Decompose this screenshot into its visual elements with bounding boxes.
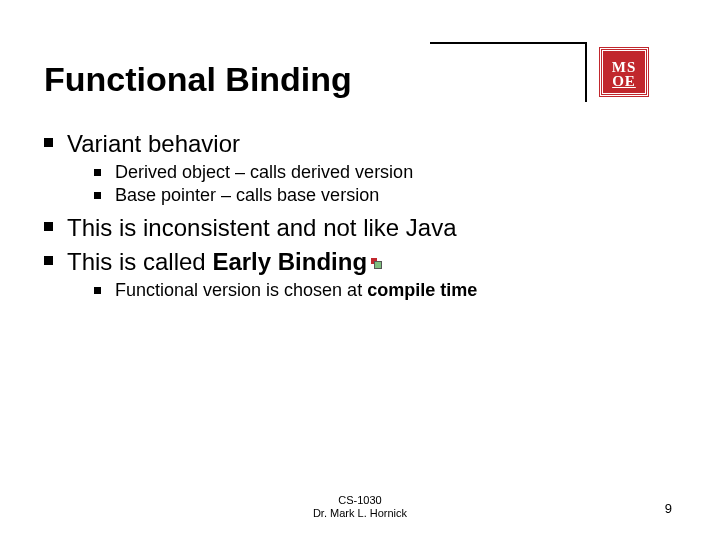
bullet-level2: Base pointer – calls base version — [94, 185, 676, 206]
bullet-text-plain: Functional version is chosen at — [115, 280, 367, 300]
slide-body: Variant behavior Derived object – calls … — [44, 124, 676, 309]
logo-line1: MS — [612, 60, 637, 74]
bullet-text-emphasis: not like Java — [323, 214, 456, 241]
bullet-level1: This is inconsistent and not like Java — [44, 214, 676, 242]
slide-footer: CS-1030 Dr. Mark L. Hornick — [0, 494, 720, 520]
bullet-text: This is inconsistent and not like Java — [67, 214, 457, 242]
embedded-object-icon — [369, 256, 383, 270]
bullet-icon — [44, 256, 53, 265]
slide-title: Functional Binding — [44, 60, 352, 99]
bullet-level2: Derived object – calls derived version — [94, 162, 676, 183]
bullet-level1: This is called Early Binding — [44, 248, 676, 276]
page-number: 9 — [665, 501, 672, 516]
bullet-text: Variant behavior — [67, 130, 240, 158]
title-rule-vertical — [585, 42, 587, 102]
bullet-level1: Variant behavior — [44, 130, 676, 158]
footer-course: CS-1030 — [0, 494, 720, 507]
bullet-text-plain: This is called — [67, 248, 212, 275]
logo-line2: OE — [612, 74, 636, 88]
bullet-text-plain: This is inconsistent and — [67, 214, 323, 241]
msoe-logo: MS OE — [600, 48, 648, 96]
title-rule-horizontal — [430, 42, 585, 44]
bullet-text-bold: compile time — [367, 280, 477, 300]
sub-bullet-group: Functional version is chosen at compile … — [94, 280, 676, 301]
bullet-level2: Functional version is chosen at compile … — [94, 280, 676, 301]
bullet-icon — [44, 138, 53, 147]
bullet-text: This is called Early Binding — [67, 248, 383, 276]
bullet-icon — [94, 192, 101, 199]
bullet-icon — [94, 169, 101, 176]
bullet-text: Base pointer – calls base version — [115, 185, 379, 206]
bullet-text-bold: Early Binding — [212, 248, 367, 275]
footer-author: Dr. Mark L. Hornick — [0, 507, 720, 520]
bullet-icon — [94, 287, 101, 294]
bullet-icon — [44, 222, 53, 231]
bullet-text: Functional version is chosen at compile … — [115, 280, 477, 301]
bullet-text: Derived object – calls derived version — [115, 162, 413, 183]
sub-bullet-group: Derived object – calls derived version B… — [94, 162, 676, 206]
